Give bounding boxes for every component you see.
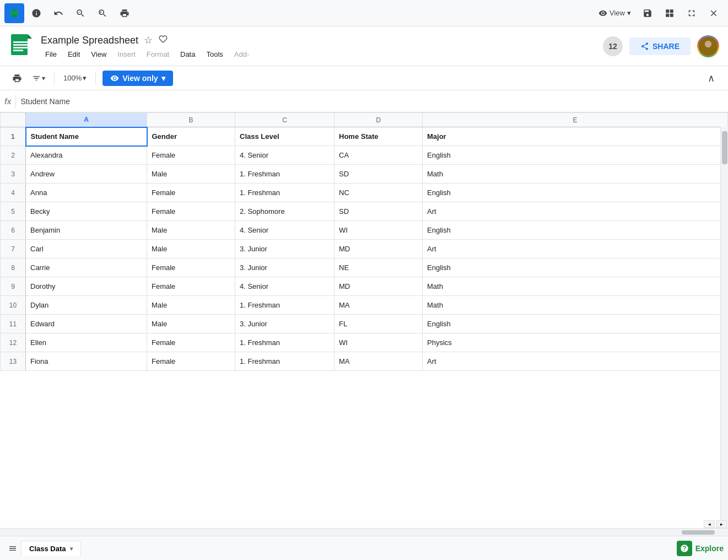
cell-8-B[interactable]: Female [147,259,235,277]
cell-5-B[interactable]: Female [147,202,235,221]
cell-6-C[interactable]: 4. Senior [235,221,335,240]
save-button[interactable] [4,3,24,23]
cell-4-D[interactable]: NC [335,184,423,202]
menu-insert[interactable]: Insert [113,49,140,60]
filter-button[interactable]: ▾ [30,70,47,87]
share-button[interactable]: SHARE [629,37,691,55]
view-menu-button[interactable]: View ▾ [594,3,635,23]
menu-format[interactable]: Format [142,49,174,60]
cell-10-D[interactable]: MA [335,296,423,315]
cell-5-D[interactable]: SD [335,202,423,221]
zoom-in-button[interactable] [93,3,112,23]
menu-edit[interactable]: Edit [63,49,84,60]
col-header-D[interactable]: D [335,113,423,127]
cell-11-C[interactable]: 3. Junior [235,315,335,333]
cell-12-E[interactable]: Physics [423,333,728,352]
vertical-scrollbar[interactable] [720,127,728,528]
col-header-A[interactable]: A [26,113,147,127]
menu-addons[interactable]: Add- [230,49,254,60]
collapse-button[interactable]: ∧ [703,70,719,87]
cell-9-D[interactable]: MD [335,277,423,296]
cell-11-E[interactable]: English [423,315,728,333]
undo-button[interactable] [48,3,68,23]
explore-button[interactable]: Explore [677,541,724,556]
cell-11-D[interactable]: FL [335,315,423,333]
cell-6-B[interactable]: Male [147,221,235,240]
cell-3-A[interactable]: Andrew [26,165,147,184]
share-drive-button[interactable] [157,33,169,48]
cell-1-C[interactable]: Class Level [235,127,335,146]
view-only-button[interactable]: View only ▾ [103,71,172,86]
cell-2-A[interactable]: Alexandra [26,146,147,165]
cell-1-A[interactable]: Student Name [26,127,147,146]
cell-3-E[interactable]: Math [423,165,728,184]
cell-4-B[interactable]: Female [147,184,235,202]
cell-3-C[interactable]: 1. Freshman [235,165,335,184]
cell-12-C[interactable]: 1. Freshman [235,333,335,352]
col-header-B[interactable]: B [147,113,235,127]
cell-11-A[interactable]: Edward [26,315,147,333]
scroll-right[interactable]: ▸ [716,520,727,528]
zoom-out-button[interactable] [71,3,90,23]
cell-9-C[interactable]: 4. Senior [235,277,335,296]
print-button[interactable] [115,3,134,23]
cell-9-E[interactable]: Math [423,277,728,296]
cell-7-E[interactable]: Art [423,240,728,259]
cell-7-A[interactable]: Carl [26,240,147,259]
cell-5-E[interactable]: Art [423,202,728,221]
horizontal-scrollbar[interactable]: ◂ ▸ [0,528,728,536]
cell-4-E[interactable]: English [423,184,728,202]
cell-4-A[interactable]: Anna [26,184,147,202]
scroll-left[interactable]: ◂ [704,520,715,528]
star-button[interactable]: ☆ [143,33,154,47]
cell-10-E[interactable]: Math [423,296,728,315]
cell-10-B[interactable]: Male [147,296,235,315]
cell-2-B[interactable]: Female [147,146,235,165]
cell-6-E[interactable]: English [423,221,728,240]
cell-5-C[interactable]: 2. Sophomore [235,202,335,221]
menu-tools[interactable]: Tools [202,49,227,60]
cell-13-A[interactable]: Fiona [26,352,147,371]
menu-file[interactable]: File [41,49,61,60]
cell-4-C[interactable]: 1. Freshman [235,184,335,202]
cell-7-C[interactable]: 3. Junior [235,240,335,259]
cell-12-B[interactable]: Female [147,333,235,352]
cell-1-D[interactable]: Home State [335,127,423,146]
cell-13-B[interactable]: Female [147,352,235,371]
cell-2-E[interactable]: English [423,146,728,165]
cell-2-C[interactable]: 4. Senior [235,146,335,165]
menu-data[interactable]: Data [176,49,199,60]
col-header-C[interactable]: C [235,113,335,127]
cell-7-D[interactable]: MD [335,240,423,259]
cell-9-A[interactable]: Dorothy [26,277,147,296]
cell-6-D[interactable]: WI [335,221,423,240]
cell-8-E[interactable]: English [423,259,728,277]
cell-6-A[interactable]: Benjamin [26,221,147,240]
zoom-selector[interactable]: 100% ▾ [61,72,89,84]
cell-13-C[interactable]: 1. Freshman [235,352,335,371]
col-header-E[interactable]: E [423,113,728,127]
cell-13-D[interactable]: MA [335,352,423,371]
version-history-button[interactable] [26,3,46,23]
cell-11-B[interactable]: Male [147,315,235,333]
cell-2-D[interactable]: CA [335,146,423,165]
cell-1-B[interactable]: Gender [147,127,235,146]
cell-10-C[interactable]: 1. Freshman [235,296,335,315]
cell-12-D[interactable]: WI [335,333,423,352]
cell-7-B[interactable]: Male [147,240,235,259]
formula-input[interactable] [20,97,724,106]
cell-8-C[interactable]: 3. Junior [235,259,335,277]
print-format-button[interactable] [9,70,25,87]
cell-5-A[interactable]: Becky [26,202,147,221]
sheet-menu-button[interactable] [4,540,21,557]
fullscreen-button[interactable] [682,3,702,23]
split-button[interactable] [660,3,680,23]
cell-12-A[interactable]: Ellen [26,333,147,352]
user-avatar[interactable] [697,35,719,57]
cell-3-B[interactable]: Male [147,165,235,184]
cell-10-A[interactable]: Dylan [26,296,147,315]
cell-1-E[interactable]: Major [423,127,728,146]
cell-8-A[interactable]: Carrie [26,259,147,277]
sheet-tab-class-data[interactable]: Class Data ▾ [21,541,81,556]
user-count-button[interactable]: 12 [603,36,623,56]
